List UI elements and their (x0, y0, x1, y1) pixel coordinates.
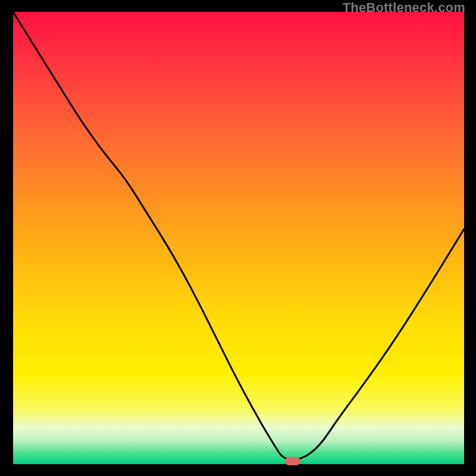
optimal-marker (285, 457, 300, 465)
chart-frame (13, 12, 464, 464)
gradient-background (13, 12, 464, 464)
bottleneck-chart (13, 12, 464, 464)
